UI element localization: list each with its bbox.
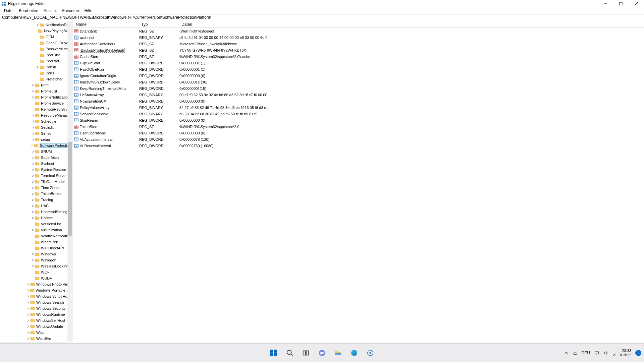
expander-icon[interactable]: >	[31, 252, 35, 256]
app-button[interactable]	[364, 346, 377, 360]
list-row[interactable]: 011HasOOBERunREG_DWORD0x00000001 (1)	[73, 66, 644, 72]
list-row[interactable]: 011ServiceSessionIdREG_BINARYb6 53 94 e2…	[73, 111, 644, 117]
tree-item[interactable]: >SRUM	[0, 148, 73, 155]
column-header-name[interactable]: Name	[73, 22, 139, 27]
tree-item[interactable]: OpenGLDrivers	[0, 40, 73, 46]
tree-item[interactable]: >Update	[0, 215, 73, 221]
tree-item[interactable]: >Time Zones	[0, 185, 73, 191]
file-explorer-button[interactable]	[331, 346, 345, 360]
tree-item[interactable]: >WlanSvc	[0, 336, 73, 342]
tree-item[interactable]: >Windows Script Host	[0, 293, 73, 299]
tree-item[interactable]: >Windows Security	[0, 305, 73, 311]
expander-icon[interactable]: >	[31, 210, 35, 214]
tree-item[interactable]: >WindowsSelfHost	[0, 317, 73, 323]
expander-icon[interactable]: >	[31, 150, 35, 154]
expander-icon[interactable]: >	[36, 65, 40, 69]
tree-item[interactable]: WiFiDirectAPI	[0, 245, 73, 251]
tree-item[interactable]: ProfileService	[0, 100, 73, 106]
list-row[interactable]: 011SkipRearmREG_DWORD0x00000000 (0)	[73, 117, 644, 123]
tree-item[interactable]: >UnattendSettings	[0, 209, 73, 215]
expander-icon[interactable]: >	[31, 126, 35, 129]
expander-icon[interactable]: >	[31, 144, 34, 147]
tree-item[interactable]: >TileDataModel	[0, 179, 73, 185]
tree-item[interactable]: >UAC	[0, 203, 73, 209]
list-row[interactable]: abCacheStoreREG_SZ%WINDIR%\System32\spp\…	[73, 53, 644, 60]
tree-item[interactable]: >Tracing	[0, 197, 73, 203]
column-header-type[interactable]: Typ	[139, 22, 179, 27]
expander-icon[interactable]: >	[31, 204, 35, 208]
close-button[interactable]	[629, 0, 644, 7]
expander-icon[interactable]: >	[31, 89, 35, 93]
language-indicator[interactable]: DEU	[582, 351, 590, 355]
expander-icon[interactable]: >	[31, 138, 35, 141]
tree-item[interactable]: >Terminal Server	[0, 173, 73, 179]
tree-item[interactable]: VolatileNotifications	[0, 233, 73, 239]
menu-ansicht[interactable]: Ansicht	[41, 8, 59, 14]
tree-item[interactable]: >WindowsUpdate	[0, 323, 73, 329]
tree-item[interactable]: RemoteRegistry	[0, 106, 73, 112]
expander-icon[interactable]: >	[31, 258, 35, 262]
tree-item[interactable]: >Sensor	[0, 130, 73, 136]
expander-icon[interactable]: >	[26, 295, 30, 298]
menu-hilfe[interactable]: Hilfe	[82, 8, 95, 14]
expander-icon[interactable]: >	[31, 228, 35, 232]
expander-icon[interactable]: >	[26, 331, 30, 335]
minimize-button[interactable]	[598, 0, 613, 7]
tree-item[interactable]: VersionsList	[0, 221, 73, 227]
tree-item[interactable]: >ProfileNotification	[0, 94, 73, 100]
tree-item[interactable]: OEM	[0, 34, 73, 40]
expander-icon[interactable]: >	[31, 216, 35, 220]
list-row[interactable]: 011PolicyValuesArrayREG_BINARY34 27 c9 5…	[73, 104, 644, 111]
expander-icon[interactable]: >	[26, 325, 30, 328]
list-row[interactable]: 011ClipSvcStartREG_DWORD0x00000001 (1)	[73, 60, 644, 66]
expander-icon[interactable]: >	[26, 313, 30, 316]
search-button[interactable]	[283, 346, 297, 360]
list-row[interactable]: 011InactivityShutdownDelayREG_DWORD0x000…	[73, 79, 644, 85]
menu-bearbeiten[interactable]: Bearbeiten	[16, 8, 41, 14]
expander-icon[interactable]: >	[31, 132, 35, 135]
tree-item[interactable]: >WirelessDocking	[0, 263, 73, 269]
taskbar-clock[interactable]: 23:33 21.10.2022	[613, 349, 631, 357]
tree-item[interactable]: NowPlayingSessionManager	[0, 28, 73, 34]
tree-item[interactable]: >Windows	[0, 251, 73, 257]
tree-vertical-scrollbar[interactable]	[67, 21, 73, 342]
expander-icon[interactable]: >	[31, 186, 35, 190]
tree-item[interactable]: >SoftwareProtectionPlatform	[0, 142, 73, 148]
tree-item[interactable]: >Windows Search	[0, 299, 73, 305]
task-view-button[interactable]	[299, 346, 313, 360]
expander-icon[interactable]: >	[31, 114, 35, 117]
list-row[interactable]: 011IgnoreContainerOriginREG_DWORD0x00000…	[73, 72, 644, 79]
expander-icon[interactable]: >	[31, 192, 35, 196]
tree-item[interactable]: >Windows Portable Devices	[0, 287, 73, 293]
expander-icon[interactable]: >	[31, 96, 35, 99]
expander-icon[interactable]: >	[31, 156, 35, 160]
tree-item[interactable]: >TokenBroker	[0, 191, 73, 197]
tree-item[interactable]: >Superfetch	[0, 155, 73, 161]
tree-item[interactable]: WUDF	[0, 275, 73, 281]
list-row[interactable]: 011actionlistREG_BINARYc9 fd 2d 91 04 00…	[73, 34, 644, 41]
chat-button[interactable]	[315, 346, 329, 360]
start-button[interactable]	[267, 346, 280, 360]
tree-item[interactable]: PeerNet	[0, 58, 73, 64]
tree-item[interactable]: >Perflib	[0, 64, 73, 70]
list-row[interactable]: 011LicStatusArrayREG_BINARY00 c1 f0 62 5…	[73, 92, 644, 98]
expander-icon[interactable]: >	[31, 198, 35, 202]
expander-icon[interactable]: >	[26, 301, 30, 304]
tree-item[interactable]: >NotificationData	[0, 22, 73, 28]
list-row[interactable]: 011VLActivationIntervalREG_DWORD0x000000…	[73, 136, 644, 142]
maximize-button[interactable]	[613, 0, 629, 7]
expander-icon[interactable]: >	[31, 83, 35, 87]
edge-button[interactable]	[347, 346, 361, 360]
network-icon[interactable]	[594, 350, 599, 356]
expander-icon[interactable]: >	[31, 264, 35, 268]
expander-icon[interactable]: >	[26, 319, 30, 322]
onedrive-icon[interactable]	[572, 350, 578, 356]
tree-item[interactable]: >Print	[0, 82, 73, 88]
list-row[interactable]: abAuthorizedContainersREG_SZMicrosoft.Of…	[73, 41, 644, 47]
expander-icon[interactable]: >	[26, 337, 30, 341]
expander-icon[interactable]: >	[31, 180, 35, 184]
expander-icon[interactable]: >	[31, 120, 35, 123]
tree-item[interactable]: Ports	[0, 70, 73, 76]
tree-item[interactable]: >ResourceManager	[0, 112, 73, 118]
tree-item[interactable]: WbemPerf	[0, 239, 73, 245]
